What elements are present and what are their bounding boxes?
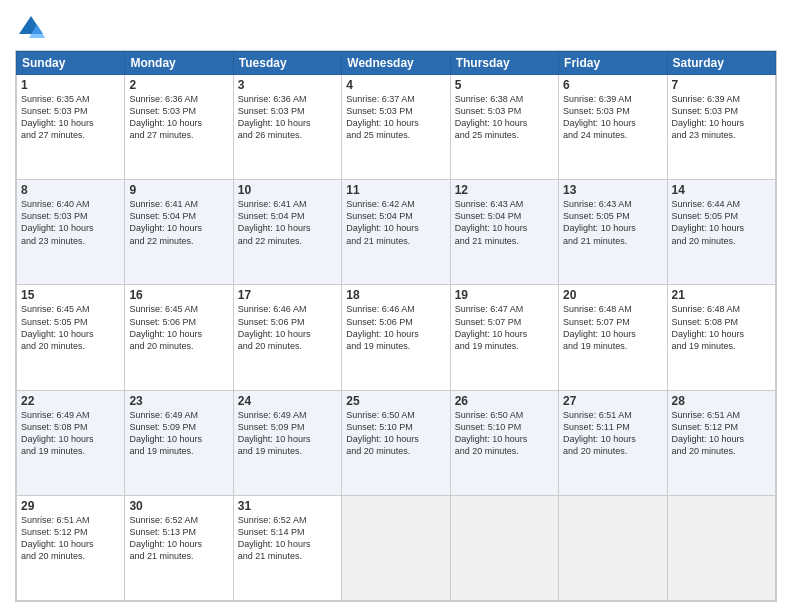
calendar-cell: 21Sunrise: 6:48 AM Sunset: 5:08 PM Dayli… — [667, 285, 775, 390]
day-number: 27 — [563, 394, 662, 408]
day-info: Sunrise: 6:48 AM Sunset: 5:07 PM Dayligh… — [563, 303, 662, 352]
calendar-cell: 20Sunrise: 6:48 AM Sunset: 5:07 PM Dayli… — [559, 285, 667, 390]
day-number: 30 — [129, 499, 228, 513]
day-info: Sunrise: 6:36 AM Sunset: 5:03 PM Dayligh… — [238, 93, 337, 142]
day-info: Sunrise: 6:49 AM Sunset: 5:09 PM Dayligh… — [129, 409, 228, 458]
calendar-cell: 1Sunrise: 6:35 AM Sunset: 5:03 PM Daylig… — [17, 75, 125, 180]
day-info: Sunrise: 6:39 AM Sunset: 5:03 PM Dayligh… — [672, 93, 771, 142]
day-info: Sunrise: 6:49 AM Sunset: 5:08 PM Dayligh… — [21, 409, 120, 458]
day-number: 3 — [238, 78, 337, 92]
day-info: Sunrise: 6:51 AM Sunset: 5:11 PM Dayligh… — [563, 409, 662, 458]
calendar-cell: 13Sunrise: 6:43 AM Sunset: 5:05 PM Dayli… — [559, 180, 667, 285]
day-info: Sunrise: 6:42 AM Sunset: 5:04 PM Dayligh… — [346, 198, 445, 247]
day-number: 31 — [238, 499, 337, 513]
day-info: Sunrise: 6:51 AM Sunset: 5:12 PM Dayligh… — [672, 409, 771, 458]
day-number: 18 — [346, 288, 445, 302]
calendar-cell — [342, 495, 450, 600]
calendar-cell: 26Sunrise: 6:50 AM Sunset: 5:10 PM Dayli… — [450, 390, 558, 495]
col-header-wednesday: Wednesday — [342, 52, 450, 75]
calendar-cell: 16Sunrise: 6:45 AM Sunset: 5:06 PM Dayli… — [125, 285, 233, 390]
calendar-cell: 31Sunrise: 6:52 AM Sunset: 5:14 PM Dayli… — [233, 495, 341, 600]
page: SundayMondayTuesdayWednesdayThursdayFrid… — [0, 0, 792, 612]
logo — [15, 14, 45, 42]
day-number: 28 — [672, 394, 771, 408]
day-number: 8 — [21, 183, 120, 197]
calendar-cell — [667, 495, 775, 600]
calendar-cell: 25Sunrise: 6:50 AM Sunset: 5:10 PM Dayli… — [342, 390, 450, 495]
day-info: Sunrise: 6:45 AM Sunset: 5:06 PM Dayligh… — [129, 303, 228, 352]
day-number: 9 — [129, 183, 228, 197]
day-number: 10 — [238, 183, 337, 197]
day-info: Sunrise: 6:46 AM Sunset: 5:06 PM Dayligh… — [346, 303, 445, 352]
day-number: 23 — [129, 394, 228, 408]
day-number: 16 — [129, 288, 228, 302]
header — [15, 10, 777, 42]
day-number: 1 — [21, 78, 120, 92]
calendar-cell: 2Sunrise: 6:36 AM Sunset: 5:03 PM Daylig… — [125, 75, 233, 180]
calendar-cell: 18Sunrise: 6:46 AM Sunset: 5:06 PM Dayli… — [342, 285, 450, 390]
day-info: Sunrise: 6:43 AM Sunset: 5:04 PM Dayligh… — [455, 198, 554, 247]
calendar-cell: 3Sunrise: 6:36 AM Sunset: 5:03 PM Daylig… — [233, 75, 341, 180]
day-info: Sunrise: 6:51 AM Sunset: 5:12 PM Dayligh… — [21, 514, 120, 563]
day-number: 15 — [21, 288, 120, 302]
day-number: 24 — [238, 394, 337, 408]
day-number: 5 — [455, 78, 554, 92]
calendar-cell: 6Sunrise: 6:39 AM Sunset: 5:03 PM Daylig… — [559, 75, 667, 180]
day-info: Sunrise: 6:41 AM Sunset: 5:04 PM Dayligh… — [129, 198, 228, 247]
calendar-cell: 24Sunrise: 6:49 AM Sunset: 5:09 PM Dayli… — [233, 390, 341, 495]
day-number: 13 — [563, 183, 662, 197]
col-header-friday: Friday — [559, 52, 667, 75]
day-info: Sunrise: 6:35 AM Sunset: 5:03 PM Dayligh… — [21, 93, 120, 142]
day-number: 7 — [672, 78, 771, 92]
day-info: Sunrise: 6:43 AM Sunset: 5:05 PM Dayligh… — [563, 198, 662, 247]
day-info: Sunrise: 6:52 AM Sunset: 5:14 PM Dayligh… — [238, 514, 337, 563]
day-info: Sunrise: 6:50 AM Sunset: 5:10 PM Dayligh… — [346, 409, 445, 458]
calendar-cell — [559, 495, 667, 600]
day-number: 4 — [346, 78, 445, 92]
calendar-cell: 22Sunrise: 6:49 AM Sunset: 5:08 PM Dayli… — [17, 390, 125, 495]
calendar-cell: 23Sunrise: 6:49 AM Sunset: 5:09 PM Dayli… — [125, 390, 233, 495]
day-info: Sunrise: 6:39 AM Sunset: 5:03 PM Dayligh… — [563, 93, 662, 142]
day-info: Sunrise: 6:46 AM Sunset: 5:06 PM Dayligh… — [238, 303, 337, 352]
calendar-cell: 14Sunrise: 6:44 AM Sunset: 5:05 PM Dayli… — [667, 180, 775, 285]
calendar-cell: 30Sunrise: 6:52 AM Sunset: 5:13 PM Dayli… — [125, 495, 233, 600]
day-info: Sunrise: 6:48 AM Sunset: 5:08 PM Dayligh… — [672, 303, 771, 352]
calendar-cell — [450, 495, 558, 600]
calendar-cell: 5Sunrise: 6:38 AM Sunset: 5:03 PM Daylig… — [450, 75, 558, 180]
day-number: 19 — [455, 288, 554, 302]
day-number: 20 — [563, 288, 662, 302]
day-info: Sunrise: 6:44 AM Sunset: 5:05 PM Dayligh… — [672, 198, 771, 247]
col-header-sunday: Sunday — [17, 52, 125, 75]
day-number: 12 — [455, 183, 554, 197]
day-info: Sunrise: 6:47 AM Sunset: 5:07 PM Dayligh… — [455, 303, 554, 352]
day-number: 21 — [672, 288, 771, 302]
day-number: 22 — [21, 394, 120, 408]
day-info: Sunrise: 6:49 AM Sunset: 5:09 PM Dayligh… — [238, 409, 337, 458]
calendar-cell: 4Sunrise: 6:37 AM Sunset: 5:03 PM Daylig… — [342, 75, 450, 180]
calendar-cell: 19Sunrise: 6:47 AM Sunset: 5:07 PM Dayli… — [450, 285, 558, 390]
day-info: Sunrise: 6:50 AM Sunset: 5:10 PM Dayligh… — [455, 409, 554, 458]
logo-icon — [17, 14, 45, 42]
calendar-cell: 10Sunrise: 6:41 AM Sunset: 5:04 PM Dayli… — [233, 180, 341, 285]
day-number: 25 — [346, 394, 445, 408]
calendar-cell: 27Sunrise: 6:51 AM Sunset: 5:11 PM Dayli… — [559, 390, 667, 495]
calendar-cell: 7Sunrise: 6:39 AM Sunset: 5:03 PM Daylig… — [667, 75, 775, 180]
calendar-cell: 17Sunrise: 6:46 AM Sunset: 5:06 PM Dayli… — [233, 285, 341, 390]
calendar-cell: 28Sunrise: 6:51 AM Sunset: 5:12 PM Dayli… — [667, 390, 775, 495]
calendar-cell: 11Sunrise: 6:42 AM Sunset: 5:04 PM Dayli… — [342, 180, 450, 285]
day-info: Sunrise: 6:41 AM Sunset: 5:04 PM Dayligh… — [238, 198, 337, 247]
day-number: 11 — [346, 183, 445, 197]
day-info: Sunrise: 6:52 AM Sunset: 5:13 PM Dayligh… — [129, 514, 228, 563]
col-header-tuesday: Tuesday — [233, 52, 341, 75]
calendar-cell: 29Sunrise: 6:51 AM Sunset: 5:12 PM Dayli… — [17, 495, 125, 600]
day-number: 2 — [129, 78, 228, 92]
calendar-cell: 9Sunrise: 6:41 AM Sunset: 5:04 PM Daylig… — [125, 180, 233, 285]
calendar-cell: 12Sunrise: 6:43 AM Sunset: 5:04 PM Dayli… — [450, 180, 558, 285]
day-number: 6 — [563, 78, 662, 92]
day-info: Sunrise: 6:36 AM Sunset: 5:03 PM Dayligh… — [129, 93, 228, 142]
col-header-monday: Monday — [125, 52, 233, 75]
calendar-cell: 8Sunrise: 6:40 AM Sunset: 5:03 PM Daylig… — [17, 180, 125, 285]
day-info: Sunrise: 6:45 AM Sunset: 5:05 PM Dayligh… — [21, 303, 120, 352]
col-header-saturday: Saturday — [667, 52, 775, 75]
day-number: 29 — [21, 499, 120, 513]
